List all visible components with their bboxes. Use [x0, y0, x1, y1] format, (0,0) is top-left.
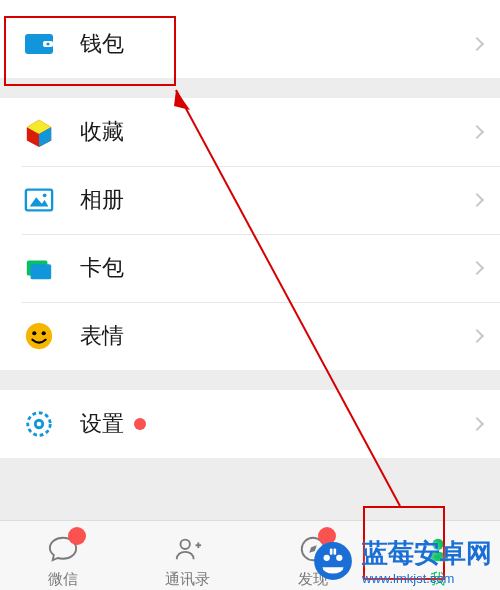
- chevron-right-icon: [470, 417, 484, 431]
- menu-item-label: 钱包: [80, 29, 124, 59]
- tab-contacts[interactable]: 通讯录: [125, 521, 250, 590]
- tab-badge: [318, 527, 336, 545]
- menu-item-wallet[interactable]: 钱包: [0, 10, 500, 78]
- chevron-right-icon: [470, 261, 484, 275]
- menu-item-label: 设置: [80, 409, 124, 439]
- menu-group-settings: 设置: [0, 390, 500, 458]
- favorites-icon: [22, 115, 56, 149]
- me-tab-screen: 钱包 收藏 相册 卡包: [0, 10, 500, 590]
- tab-chats[interactable]: 微信: [0, 521, 125, 590]
- svg-point-23: [432, 539, 443, 550]
- svg-rect-12: [31, 264, 52, 279]
- menu-group-main: 收藏 相册 卡包 表情: [0, 98, 500, 370]
- notification-dot: [134, 418, 146, 430]
- tab-label: 通讯录: [165, 570, 210, 589]
- album-icon: [22, 183, 56, 217]
- chevron-right-icon: [470, 37, 484, 51]
- chevron-right-icon: [470, 329, 484, 343]
- menu-item-album[interactable]: 相册: [0, 166, 500, 234]
- contacts-icon: [171, 532, 205, 566]
- sticker-icon: [22, 319, 56, 353]
- svg-point-17: [35, 420, 43, 428]
- tab-label: 微信: [48, 570, 78, 589]
- menu-item-settings[interactable]: 设置: [0, 390, 500, 458]
- menu-item-label: 卡包: [80, 253, 124, 283]
- menu-item-label: 相册: [80, 185, 124, 215]
- svg-point-14: [32, 331, 36, 335]
- svg-point-16: [28, 413, 51, 436]
- svg-point-15: [42, 331, 46, 335]
- menu-item-label: 表情: [80, 321, 124, 351]
- svg-point-18: [180, 540, 189, 549]
- wallet-icon: [22, 27, 56, 61]
- menu-item-cards[interactable]: 卡包: [0, 234, 500, 302]
- svg-point-10: [43, 193, 47, 197]
- menu-item-stickers[interactable]: 表情: [0, 302, 500, 370]
- tab-discover[interactable]: 发现: [250, 521, 375, 590]
- menu-item-label: 收藏: [80, 117, 124, 147]
- chevron-right-icon: [470, 193, 484, 207]
- menu-group-wallet: 钱包: [0, 10, 500, 78]
- me-icon: [421, 532, 455, 566]
- tab-label: 我: [430, 570, 445, 589]
- svg-point-4: [46, 42, 49, 45]
- svg-marker-22: [309, 545, 317, 553]
- tab-me[interactable]: 我: [375, 521, 500, 590]
- bottom-tabbar: 微信 通讯录 发现 我: [0, 520, 500, 590]
- settings-icon: [22, 407, 56, 441]
- svg-rect-8: [26, 190, 52, 211]
- cards-icon: [22, 251, 56, 285]
- tab-badge: [68, 527, 86, 545]
- tab-label: 发现: [298, 570, 328, 589]
- menu-item-favorites[interactable]: 收藏: [0, 98, 500, 166]
- chevron-right-icon: [470, 125, 484, 139]
- svg-marker-9: [30, 197, 49, 206]
- svg-point-13: [26, 323, 52, 349]
